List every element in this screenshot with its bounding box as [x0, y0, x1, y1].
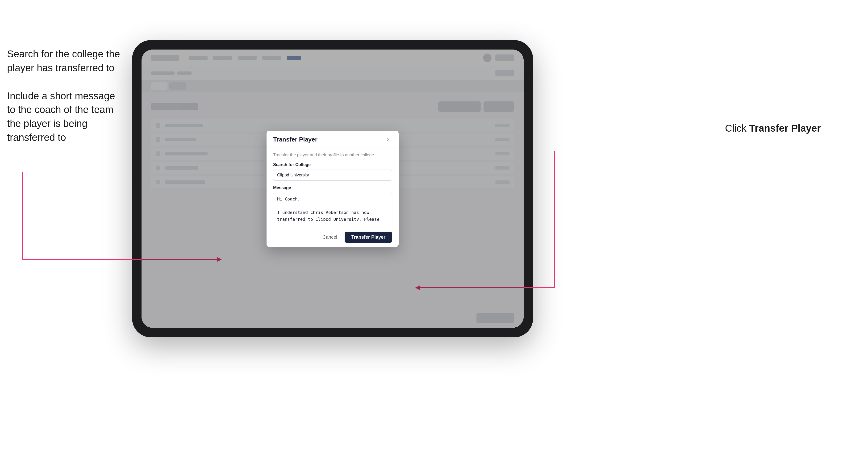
- right-annotation: Click Transfer Player: [725, 123, 821, 134]
- left-annotations: Search for the college the player has tr…: [7, 47, 120, 159]
- search-college-input[interactable]: [273, 169, 392, 181]
- modal-footer: Cancel Transfer Player: [267, 227, 399, 247]
- modal-body: Transfer the player and their profile to…: [267, 148, 399, 227]
- modal-title: Transfer Player: [273, 136, 317, 143]
- annotation-message: Include a short message to the coach of …: [7, 89, 120, 145]
- modal-close-button[interactable]: ×: [384, 136, 392, 144]
- message-textarea[interactable]: Hi Coach, I understand Chris Robertson h…: [273, 193, 392, 221]
- tablet-screen: Transfer Player × Transfer the player an…: [142, 50, 524, 328]
- cancel-button[interactable]: Cancel: [319, 232, 341, 242]
- annotation-transfer-bold: Transfer Player: [749, 123, 821, 134]
- modal-overlay: Transfer Player × Transfer the player an…: [142, 50, 524, 328]
- modal-description: Transfer the player and their profile to…: [273, 153, 392, 158]
- annotation-search: Search for the college the player has tr…: [7, 47, 120, 75]
- transfer-player-button[interactable]: Transfer Player: [345, 231, 392, 243]
- transfer-player-modal: Transfer Player × Transfer the player an…: [267, 131, 399, 247]
- message-label: Message: [273, 185, 392, 190]
- search-college-label: Search for College: [273, 162, 392, 167]
- tablet-frame: Transfer Player × Transfer the player an…: [132, 40, 533, 337]
- modal-header: Transfer Player ×: [267, 131, 399, 148]
